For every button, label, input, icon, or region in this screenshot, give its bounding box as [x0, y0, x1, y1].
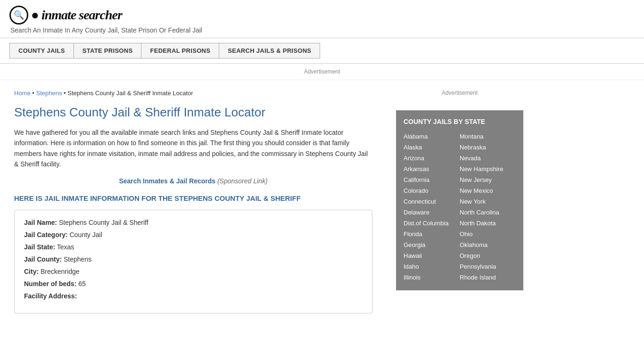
search-inmates-link[interactable]: Search Inmates & Jail Records [119, 177, 215, 185]
breadcrumb-home-link[interactable]: Home [14, 90, 31, 97]
jail-address-label: Facility Address: [24, 292, 77, 300]
state-link[interactable]: Oklahoma [460, 239, 516, 250]
state-link[interactable]: New Hampshire [460, 164, 516, 174]
state-link[interactable]: Idaho [404, 261, 460, 272]
jail-county-row: Jail County: Stephens [24, 255, 363, 263]
main-content: Home • Stephens • Stephens County Jail &… [0, 80, 387, 323]
jail-beds-row: Number of beds: 65 [24, 280, 363, 288]
sidebar-advertisement: Advertisement [396, 85, 523, 101]
logo-text: ● inmate searcher [31, 8, 122, 23]
jail-county-label: Jail County: [24, 255, 62, 263]
logo-area: 🔍 ● inmate searcher [9, 6, 635, 25]
states-right-column: MontanaNebraskaNevadaNew HampshireNew Je… [460, 131, 516, 283]
state-link[interactable]: California [404, 174, 460, 185]
state-link[interactable]: North Dakota [460, 218, 516, 229]
states-left-column: AlabamaAlaskaArizonaArkansasCaliforniaCo… [404, 131, 460, 283]
jail-city-label: City: [24, 268, 39, 275]
jail-info-header: HERE IS JAIL INMATE INFORMATION FOR THE … [14, 194, 372, 202]
advertisement-bar: Advertisement [0, 64, 644, 80]
jail-name-label: Jail Name: [24, 219, 57, 226]
search-jails-nav-button[interactable]: SEARCH JAILS & PRISONS [219, 43, 320, 58]
county-jails-nav-button[interactable]: COUNTY JAILS [9, 43, 74, 58]
nav-bar: COUNTY JAILS STATE PRISONS FEDERAL PRISO… [0, 38, 644, 64]
page-description: We have gathered for you all the availab… [14, 127, 372, 170]
state-link[interactable]: Pennsylvania [460, 261, 516, 272]
breadcrumb: Home • Stephens • Stephens County Jail &… [14, 90, 372, 97]
state-link[interactable]: Dist.of Columbia [404, 218, 460, 229]
state-link[interactable]: Alabama [404, 131, 460, 142]
jail-state-val: Texas [57, 243, 74, 251]
state-link[interactable]: New Jersey [460, 174, 516, 185]
jail-beds-val: 65 [78, 280, 86, 288]
jail-city-val: Breckenridge [41, 268, 80, 275]
jail-name-row: Jail Name: Stephens County Jail & Sherif… [24, 219, 363, 226]
jail-state-row: Jail State: Texas [24, 243, 363, 251]
state-prisons-nav-button[interactable]: STATE PRISONS [74, 43, 141, 58]
state-link[interactable]: Nebraska [460, 142, 516, 153]
tagline: Search An Inmate In Any County Jail, Sta… [10, 26, 635, 34]
state-link[interactable]: Delaware [404, 207, 460, 218]
logo-icon: 🔍 [9, 6, 28, 25]
jail-city-row: City: Breckenridge [24, 268, 363, 275]
state-link[interactable]: Florida [404, 229, 460, 239]
main-layout: Home • Stephens • Stephens County Jail &… [0, 80, 644, 323]
state-link[interactable]: Ohio [460, 229, 516, 239]
state-link[interactable]: New Mexico [460, 185, 516, 196]
breadcrumb-current: Stephens County Jail & Sheriff Inmate Lo… [67, 90, 193, 97]
state-link[interactable]: Colorado [404, 185, 460, 196]
state-link[interactable]: Georgia [404, 239, 460, 250]
state-link[interactable]: Arizona [404, 153, 460, 164]
breadcrumb-stephens-link[interactable]: Stephens [36, 90, 62, 97]
jail-beds-label: Number of beds: [24, 280, 76, 288]
county-jails-by-state-title: COUNTY JAILS BY STATE [404, 118, 516, 125]
state-link[interactable]: Hawaii [404, 250, 460, 261]
jail-address-row: Facility Address: [24, 292, 363, 300]
search-link-area: Search Inmates & Jail Records (Sponsored… [14, 177, 372, 185]
jail-category-label: Jail Category: [24, 231, 68, 239]
sponsored-text: (Sponsored Link) [217, 177, 268, 185]
jail-state-label: Jail State: [24, 243, 55, 251]
jail-name-val: Stephens County Jail & Sheriff [59, 219, 149, 226]
states-grid: AlabamaAlaskaArizonaArkansasCaliforniaCo… [404, 131, 516, 283]
jail-info-box: Jail Name: Stephens County Jail & Sherif… [14, 210, 372, 313]
sidebar: Advertisement COUNTY JAILS BY STATE Alab… [387, 80, 533, 323]
state-link[interactable]: Oregon [460, 250, 516, 261]
federal-prisons-nav-button[interactable]: FEDERAL PRISONS [141, 43, 219, 58]
page-title: Stephens County Jail & Sheriff Inmate Lo… [14, 105, 372, 120]
county-jails-by-state-box: COUNTY JAILS BY STATE AlabamaAlaskaArizo… [396, 110, 523, 290]
state-link[interactable]: Connecticut [404, 196, 460, 207]
jail-category-val: County Jail [69, 231, 102, 239]
state-link[interactable]: Alaska [404, 142, 460, 153]
state-link[interactable]: New York [460, 196, 516, 207]
state-link[interactable]: North Carolina [460, 207, 516, 218]
state-link[interactable]: Nevada [460, 153, 516, 164]
state-link[interactable]: Rhode Island [460, 272, 516, 283]
state-link[interactable]: Illinois [404, 272, 460, 283]
header: 🔍 ● inmate searcher Search An Inmate In … [0, 0, 644, 38]
state-link[interactable]: Montana [460, 131, 516, 142]
state-link[interactable]: Arkansas [404, 164, 460, 174]
jail-category-row: Jail Category: County Jail [24, 231, 363, 239]
jail-county-val: Stephens [64, 255, 91, 263]
